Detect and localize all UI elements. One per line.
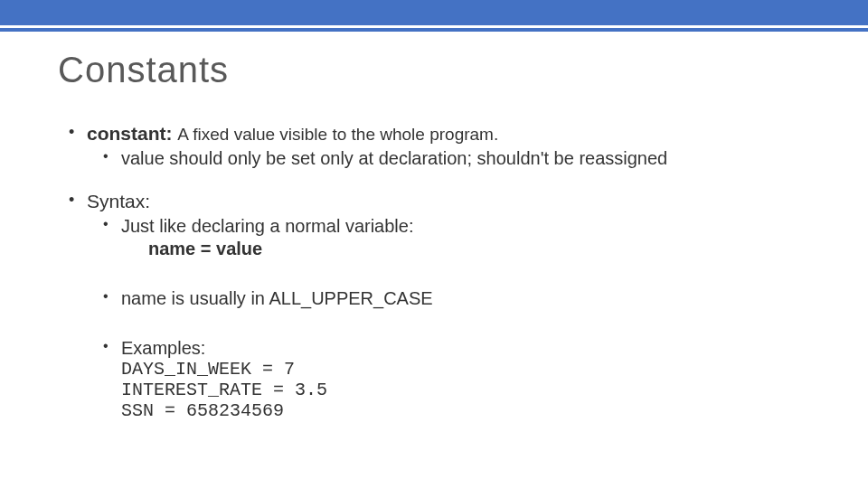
syntax-label: Syntax: <box>87 191 150 211</box>
examples-label: Examples: <box>121 338 205 358</box>
syntax-pattern: name = value <box>148 239 262 258</box>
constant-sublist: value should only be set only at declara… <box>87 148 810 169</box>
example-2: INTEREST_RATE = 3.5 <box>121 380 810 400</box>
bullet-constant: constant: A fixed value visible to the w… <box>69 123 810 169</box>
syntax-declare-text: Just like declaring a normal variable: <box>121 216 414 236</box>
header-bar-thick <box>0 0 868 25</box>
bullet-syntax: Syntax: Just like declaring a normal var… <box>69 191 810 421</box>
constant-definition: A fixed value visible to the whole progr… <box>177 125 498 144</box>
example-3: SSN = 658234569 <box>121 400 810 421</box>
examples-item: Examples: DAYS_IN_WEEK = 7 INTEREST_RATE… <box>103 338 810 421</box>
syntax-sublist-2: name is usually in ALL_UPPER_CASE <box>87 288 810 309</box>
naming-convention: name is usually in ALL_UPPER_CASE <box>103 288 810 309</box>
syntax-pattern-wrap: name = value <box>121 239 810 259</box>
syntax-sublist: Just like declaring a normal variable: n… <box>87 216 810 259</box>
slide-content: Constants constant: A fixed value visibl… <box>0 32 868 421</box>
slide-title: Constants <box>58 50 810 90</box>
syntax-declare: Just like declaring a normal variable: n… <box>103 216 810 259</box>
bullet-list: constant: A fixed value visible to the w… <box>58 123 810 421</box>
example-1: DAYS_IN_WEEK = 7 <box>121 359 810 380</box>
constant-rule: value should only be set only at declara… <box>103 148 810 169</box>
syntax-sublist-3: Examples: DAYS_IN_WEEK = 7 INTEREST_RATE… <box>87 338 810 421</box>
constant-term: constant: <box>87 123 173 144</box>
